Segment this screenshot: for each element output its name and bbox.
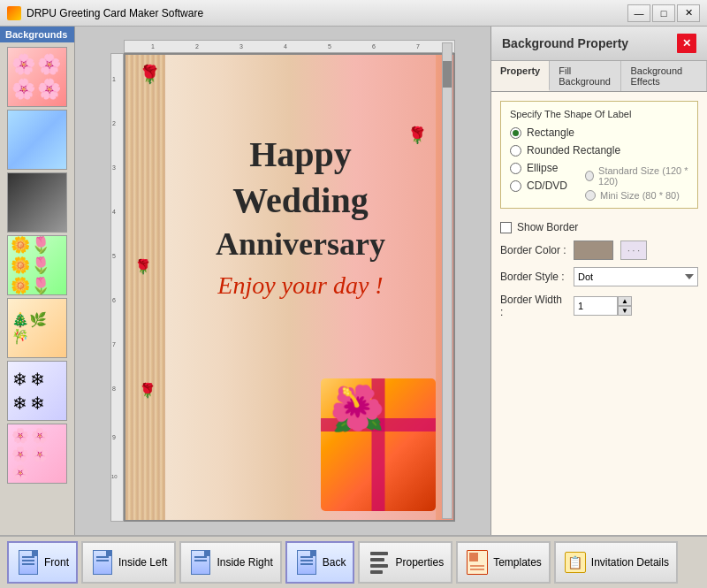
gift-box: 🌺 xyxy=(321,378,436,511)
invitation-icon: 📋 xyxy=(563,548,588,577)
radio-label-cddvd: CD/DVD xyxy=(527,179,567,192)
flower-decoration-4: 🌹 xyxy=(139,382,156,399)
radio-label-rounded: Rounded Rectangle xyxy=(527,144,620,157)
radio-circle-cddvd xyxy=(510,180,521,192)
thumbnail-4[interactable]: 🌼🌷🌼🌷🌼🌷 xyxy=(7,235,67,295)
show-border-checkbox[interactable] xyxy=(500,222,512,233)
bottom-toolbar: Front Inside Left Inside Right xyxy=(0,535,707,588)
radio-label-ellipse: Ellipse xyxy=(527,162,558,174)
border-width-input-wrap: ▲ ▼ xyxy=(574,296,632,316)
shape-section: Specify The Shape Of Label Rectangle Rou… xyxy=(500,101,698,209)
templates-icon xyxy=(465,548,490,577)
size-standard: Standard Size (120 * 120) xyxy=(585,165,688,187)
border-color-label: Border Color : xyxy=(500,244,566,256)
border-width-spinners: ▲ ▼ xyxy=(618,296,632,316)
border-style-select[interactable]: Dot Solid Dash DashDot DashDotDot xyxy=(574,267,698,286)
radio-rounded[interactable]: Rounded Rectangle xyxy=(510,144,688,157)
card-area: 1 2 3 4 5 6 7 1 2 3 4 5 6 7 8 9 10 xyxy=(75,27,490,535)
border-width-label: Border Width : xyxy=(500,294,566,318)
main-container: Backgrounds 🌸🌸🌸🌸 🌼🌷🌼🌷🌼🌷 🎄🌿🎋 xyxy=(0,27,707,535)
panel-title: Background Property xyxy=(502,36,628,50)
inside-left-icon xyxy=(90,548,115,577)
back-label: Back xyxy=(323,556,346,569)
tab-property[interactable]: Property xyxy=(491,61,550,91)
close-button[interactable]: ✕ xyxy=(677,4,700,22)
sidebar-header: Backgrounds xyxy=(0,27,74,42)
thumbnail-3[interactable] xyxy=(7,172,67,233)
flower-decoration-1: 🌹 xyxy=(139,64,161,85)
card-scrollbar[interactable] xyxy=(442,42,452,519)
border-width-down[interactable]: ▼ xyxy=(618,306,632,316)
radio-circle-rounded xyxy=(510,145,521,157)
title-bar: DRPU Greeting Card Maker Software — □ ✕ xyxy=(0,0,707,27)
radio-circle-ellipse xyxy=(510,163,521,174)
card-line4: Enjoy your day ! xyxy=(217,271,383,300)
templates-label: Templates xyxy=(493,556,542,569)
inside-right-icon xyxy=(188,548,213,577)
size-radio-mini xyxy=(585,190,596,201)
tab-background-effects[interactable]: Background Effects xyxy=(621,61,707,91)
thumbnail-7[interactable]: 🌸🌸🌸🌸🌸 xyxy=(7,424,67,484)
radio-rectangle[interactable]: Rectangle xyxy=(510,126,688,139)
flower-decoration-3: 🌹 xyxy=(134,258,152,275)
panel-content: Specify The Shape Of Label Rectangle Rou… xyxy=(491,92,707,535)
size-mini: Mini Size (80 * 80) xyxy=(585,190,688,201)
border-color-swatch[interactable] xyxy=(574,241,613,260)
card-inner: 🌹 🌹 🌹 🌹 Happy Wedding Anniversary Enjoy … xyxy=(124,53,455,522)
card-left-strip xyxy=(125,55,165,520)
right-panel: Background Property ✕ Property Fill Back… xyxy=(490,27,707,535)
back-icon xyxy=(294,548,319,577)
toolbar-invitation-button[interactable]: 📋 Invitation Details xyxy=(554,541,678,584)
inside-left-label: Inside Left xyxy=(118,556,167,569)
card-text-area: Happy Wedding Anniversary Enjoy your day… xyxy=(170,73,431,361)
card-line3: Anniversary xyxy=(216,225,385,263)
front-icon xyxy=(16,548,41,577)
card-background: 🌹 🌹 🌹 🌹 Happy Wedding Anniversary Enjoy … xyxy=(125,55,453,520)
toolbar-inside-left-button[interactable]: Inside Left xyxy=(81,541,176,584)
panel-header: Background Property ✕ xyxy=(491,27,707,61)
border-style-row: Border Style : Dot Solid Dash DashDot Da… xyxy=(500,267,698,286)
border-width-input[interactable] xyxy=(574,296,618,316)
thumbnail-6[interactable]: ❄❄❄❄ xyxy=(7,361,67,421)
radio-cddvd[interactable]: CD/DVD xyxy=(510,179,567,192)
border-section: Show Border Border Color : · · · Border … xyxy=(500,218,698,329)
radio-circle-rect xyxy=(510,127,521,139)
size-radio-standard xyxy=(585,171,594,181)
tab-fill-background[interactable]: Fill Background xyxy=(550,61,621,91)
border-color-picker-button[interactable]: · · · xyxy=(620,241,647,260)
scroll-thumb xyxy=(443,61,452,88)
toolbar-front-button[interactable]: Front xyxy=(7,541,78,584)
gift-flowers: 🌺 xyxy=(330,383,384,434)
inside-right-label: Inside Right xyxy=(217,556,272,569)
minimize-button[interactable]: — xyxy=(627,4,650,22)
panel-tabs: Property Fill Background Background Effe… xyxy=(491,61,707,92)
ruler-top: 1 2 3 4 5 6 7 xyxy=(124,40,455,53)
toolbar-templates-button[interactable]: Templates xyxy=(456,541,551,584)
ruler-left: 1 2 3 4 5 6 7 8 9 10 xyxy=(110,53,124,522)
size-options: Standard Size (120 * 120) Mini Size (80 … xyxy=(585,165,688,201)
card-line2: Wedding xyxy=(232,179,368,221)
front-label: Front xyxy=(44,556,69,569)
card-gift: 🌺 xyxy=(321,378,436,511)
show-border-row[interactable]: Show Border xyxy=(500,221,698,233)
toolbar-inside-right-button[interactable]: Inside Right xyxy=(179,541,281,584)
border-width-row: Border Width : ▲ ▼ xyxy=(500,294,698,318)
size-label-standard: Standard Size (120 * 120) xyxy=(598,165,688,187)
toolbar-properties-button[interactable]: Properties xyxy=(358,541,452,584)
maximize-button[interactable]: □ xyxy=(652,4,675,22)
show-border-label: Show Border xyxy=(517,221,578,233)
properties-icon xyxy=(367,548,392,577)
radio-ellipse[interactable]: Ellipse xyxy=(510,162,567,174)
invitation-label: Invitation Details xyxy=(591,556,669,569)
card-wrapper: 1 2 3 4 5 6 7 1 2 3 4 5 6 7 8 9 10 xyxy=(110,40,455,522)
sidebar: Backgrounds 🌸🌸🌸🌸 🌼🌷🌼🌷🌼🌷 🎄🌿🎋 xyxy=(0,27,75,535)
thumbnail-1[interactable]: 🌸🌸🌸🌸 xyxy=(7,47,67,107)
shape-radio-group: Rectangle Rounded Rectangle Ell xyxy=(510,126,688,201)
app-title: DRPU Greeting Card Maker Software xyxy=(27,7,627,19)
toolbar-back-button[interactable]: Back xyxy=(285,541,355,584)
sidebar-content[interactable]: 🌸🌸🌸🌸 🌼🌷🌼🌷🌼🌷 🎄🌿🎋 ❄❄❄❄ xyxy=(0,42,74,531)
border-width-up[interactable]: ▲ xyxy=(618,296,632,306)
panel-close-button[interactable]: ✕ xyxy=(677,34,696,53)
thumbnail-2[interactable] xyxy=(7,110,67,170)
thumbnail-5[interactable]: 🎄🌿🎋 xyxy=(7,298,67,358)
